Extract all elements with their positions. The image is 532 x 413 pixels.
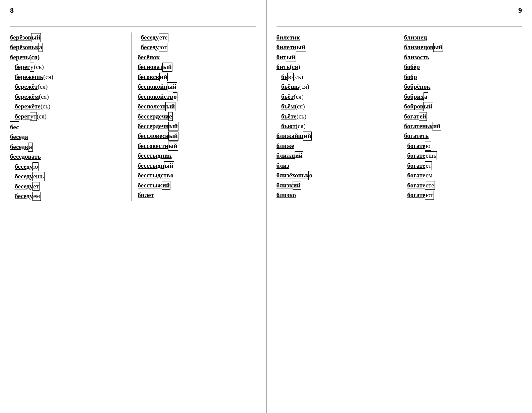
list-item: бесовский bbox=[138, 72, 255, 82]
list-item: богатеть bbox=[404, 131, 522, 141]
left-columns: берёзовый берёзонька беречь(ся) берегу(с… bbox=[10, 32, 256, 201]
list-item: бессовестный bbox=[138, 141, 255, 151]
list-item: бью(сь) bbox=[277, 72, 394, 82]
list-item: бесстыжий bbox=[138, 180, 255, 190]
list-item: беречь(ся) bbox=[10, 52, 128, 62]
right-page-number: 9 bbox=[518, 6, 522, 15]
list-item: берёзовый bbox=[10, 32, 128, 42]
list-item: битый bbox=[277, 52, 394, 62]
list-item: берёзонька bbox=[10, 42, 128, 52]
list-item: близнецовый bbox=[404, 42, 522, 52]
list-item: бьёт(ся) bbox=[277, 92, 394, 101]
list-item: бес bbox=[10, 121, 128, 132]
list-item: беседа bbox=[10, 132, 128, 142]
list-item: богатеют bbox=[404, 190, 522, 200]
list-item: бобриха bbox=[404, 92, 522, 101]
list-item: бьёшь(ся) bbox=[277, 82, 394, 91]
list-item: бьём(ся) bbox=[277, 101, 394, 111]
list-item: берегу(сь) bbox=[10, 62, 128, 72]
left-col2: беседуете беседуют бесёнок бесноватый бе… bbox=[131, 32, 255, 201]
list-item: бобр bbox=[404, 72, 522, 82]
list-item: бережёшь(ся) bbox=[10, 72, 128, 82]
list-item: близнец bbox=[404, 32, 522, 42]
right-page-line bbox=[277, 26, 522, 26]
list-item: бесноватый bbox=[138, 62, 255, 72]
list-item: беседуют bbox=[138, 42, 255, 52]
list-item: бобёр bbox=[404, 62, 522, 72]
list-item: близкий bbox=[277, 180, 394, 190]
list-item: бережёте(сь) bbox=[10, 101, 128, 111]
left-page-line bbox=[10, 26, 256, 26]
list-item: бесёнок bbox=[138, 52, 255, 62]
list-item: близёхонько bbox=[277, 170, 394, 180]
list-item: бесстыдный bbox=[138, 161, 255, 170]
list-item: бессердечный bbox=[138, 121, 255, 131]
list-item: бессловесный bbox=[138, 131, 255, 141]
list-item: берегут(ся) bbox=[10, 111, 128, 121]
list-item: бесстыдник bbox=[138, 151, 255, 160]
list-item: беседую bbox=[10, 162, 128, 171]
list-item: беспокойный bbox=[138, 82, 255, 91]
list-item: богатенький bbox=[404, 121, 522, 131]
list-item: богатей bbox=[404, 111, 522, 121]
left-page: 8 берёзовый берёзонька беречь(ся) берегу… bbox=[0, 0, 267, 413]
list-item: бесстыдство bbox=[138, 170, 255, 180]
list-item: билетик bbox=[277, 32, 394, 42]
list-item: богатеете bbox=[404, 180, 522, 190]
list-item: бережём(ся) bbox=[10, 92, 128, 101]
list-item: близко bbox=[277, 190, 394, 200]
list-item: богатеет bbox=[404, 161, 522, 170]
list-item: бережёт(ся) bbox=[10, 82, 128, 91]
list-item: богатею bbox=[404, 141, 522, 151]
list-item: близ bbox=[277, 161, 394, 170]
list-item: ближе bbox=[277, 141, 394, 151]
list-item: близость bbox=[404, 52, 522, 62]
list-item: бобрёнок bbox=[404, 82, 522, 91]
list-item: беседовать bbox=[10, 152, 128, 161]
list-item: беседуете bbox=[138, 32, 255, 42]
list-item: бобровый bbox=[404, 101, 522, 111]
right-col1: билетик билетный битый бить(ся) бью(сь) … bbox=[277, 32, 398, 200]
list-item: бьют(ся) bbox=[277, 121, 394, 131]
list-item: беседуем bbox=[10, 191, 128, 201]
left-page-number: 8 bbox=[10, 6, 14, 15]
right-page: 9 билетик билетный битый бить(ся) бью(сь… bbox=[267, 0, 532, 413]
list-item: беседка bbox=[10, 142, 128, 152]
list-item: бьёте(сь) bbox=[277, 111, 394, 121]
right-col2: близнец близнецовый близость бобёр бобр … bbox=[398, 32, 522, 200]
list-item: билетный bbox=[277, 42, 394, 52]
list-item: богатеем bbox=[404, 170, 522, 180]
list-item: беседуешь bbox=[10, 171, 128, 181]
list-item: ближайший bbox=[277, 131, 394, 141]
list-item: бесполезный bbox=[138, 101, 255, 111]
list-item: ближний bbox=[277, 151, 394, 160]
left-col1: берёзовый берёзонька беречь(ся) берегу(с… bbox=[10, 32, 131, 201]
list-item: билет bbox=[138, 190, 255, 200]
list-item: богатеешь bbox=[404, 151, 522, 160]
list-item: бессердечие bbox=[138, 111, 255, 121]
list-item: бить(ся) bbox=[277, 62, 394, 72]
list-item: беседует bbox=[10, 181, 128, 191]
right-columns: билетик билетный битый бить(ся) бью(сь) … bbox=[277, 32, 522, 200]
list-item: беспокойство bbox=[138, 92, 255, 101]
